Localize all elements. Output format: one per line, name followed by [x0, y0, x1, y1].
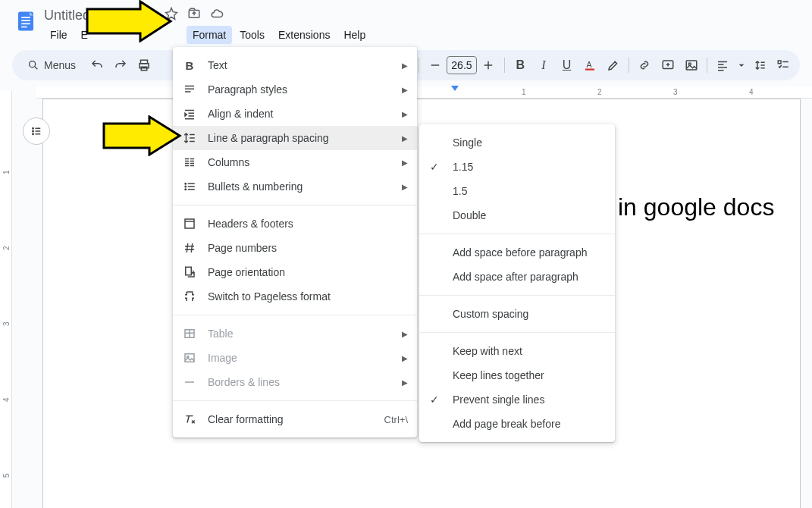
spacing-115[interactable]: ✓ 1.15	[419, 155, 615, 179]
separator	[419, 234, 615, 234]
menu-file[interactable]: File	[44, 26, 74, 44]
svg-rect-22	[185, 219, 194, 228]
italic-button[interactable]: I	[533, 54, 555, 77]
clear-format-icon	[182, 412, 197, 427]
ruler-vertical[interactable]: 1 2 3 4 5	[0, 91, 12, 508]
spacing-add-after[interactable]: Add space after paragraph	[419, 265, 615, 289]
bold-button[interactable]: B	[509, 54, 531, 77]
format-page-numbers[interactable]: Page numbers	[173, 236, 417, 260]
spacing-15[interactable]: 1.5	[419, 179, 615, 203]
menu-format[interactable]: Format	[187, 26, 232, 44]
svg-rect-15	[778, 61, 781, 64]
check-icon: ✓	[430, 394, 439, 406]
orientation-icon	[182, 265, 197, 280]
format-text[interactable]: B Text ▶	[173, 53, 417, 77]
svg-rect-3	[21, 24, 30, 25]
label: Keep lines together	[453, 369, 544, 381]
docs-logo[interactable]	[12, 8, 39, 35]
label: Borders & lines	[208, 376, 280, 388]
format-bullets-numbering[interactable]: Bullets & numbering ▶	[173, 174, 417, 199]
print-button[interactable]	[133, 54, 155, 77]
cloud-icon[interactable]	[210, 7, 224, 24]
bold-icon: B	[182, 58, 197, 73]
svg-rect-25	[185, 354, 194, 362]
font-size-input[interactable]: 26.5	[447, 56, 477, 74]
spacing-double[interactable]: Double	[419, 203, 615, 227]
format-table[interactable]: Table ▶	[173, 321, 417, 346]
comment-button[interactable]	[657, 54, 679, 77]
spacing-page-break-before[interactable]: Add page break before	[419, 412, 615, 436]
menu-help[interactable]: Help	[337, 26, 372, 44]
format-columns[interactable]: Columns ▶	[173, 150, 417, 174]
svg-point-17	[33, 130, 34, 132]
highlight-button[interactable]	[603, 54, 625, 77]
label: 1.5	[453, 185, 467, 197]
label: Image	[208, 352, 237, 364]
star-icon[interactable]	[165, 7, 178, 24]
format-clear-formatting[interactable]: Clear formatting Ctrl+\	[173, 407, 417, 431]
label: Add space after paragraph	[453, 271, 578, 283]
ruler-tick: 1	[2, 170, 11, 174]
title-area: Untitled document File E Format Tools Ex…	[44, 6, 800, 44]
move-icon[interactable]	[187, 7, 201, 24]
ruler-tick: 3	[2, 321, 11, 326]
show-outline-button[interactable]	[23, 118, 50, 145]
label: Prevent single lines	[453, 394, 544, 406]
spacing-single[interactable]: Single	[419, 130, 615, 155]
underline-button[interactable]: U	[556, 54, 578, 77]
text-color-button[interactable]: A	[579, 54, 601, 77]
hash-icon	[182, 240, 197, 256]
separator	[504, 58, 505, 73]
format-headers-footers[interactable]: Headers & footers	[173, 212, 417, 236]
menus-search[interactable]: Menus	[18, 56, 85, 74]
label: Paragraph styles	[208, 83, 287, 96]
undo-button[interactable]	[86, 54, 108, 77]
menubar: File E Format Tools Extensions Help	[44, 26, 800, 44]
separator	[173, 205, 417, 205]
align-button[interactable]	[712, 54, 734, 77]
format-switch-pageless[interactable]: Switch to Pageless format	[173, 284, 417, 309]
label: Table	[208, 328, 233, 340]
svg-point-6	[30, 61, 36, 67]
menu-extensions[interactable]: Extensions	[272, 26, 336, 44]
submenu-arrow-icon: ▶	[402, 86, 408, 94]
checklist-button[interactable]	[772, 54, 794, 77]
spacing-add-before[interactable]: Add space before paragraph	[419, 240, 615, 265]
separator	[173, 315, 417, 315]
font-size-decrease[interactable]	[424, 54, 447, 77]
indent-icon	[182, 106, 197, 121]
document-title[interactable]: Untitled document	[44, 8, 154, 24]
separator	[419, 295, 615, 296]
label: Bullets & numbering	[208, 180, 303, 193]
label: Keep with next	[453, 345, 522, 357]
submenu-arrow-icon: ▶	[402, 134, 408, 143]
format-line-spacing[interactable]: Line & paragraph spacing ▶	[173, 126, 417, 150]
format-borders-lines[interactable]: Borders & lines ▶	[173, 370, 417, 394]
ruler-horizontal[interactable]: 1 2 3 4	[36, 86, 812, 99]
menu-tools[interactable]: Tools	[234, 26, 271, 44]
link-button[interactable]	[634, 54, 656, 77]
line-spacing-button[interactable]	[749, 54, 771, 77]
font-size-increase[interactable]	[477, 54, 500, 77]
columns-icon	[182, 155, 197, 170]
spacing-keep-together[interactable]: Keep lines together	[419, 363, 615, 387]
image-button[interactable]	[680, 54, 702, 77]
format-align-indent[interactable]: Align & indent ▶	[173, 102, 417, 126]
spacing-custom[interactable]: Custom spacing	[419, 302, 615, 326]
ruler-tick: 4	[2, 397, 11, 402]
spacing-prevent-single[interactable]: ✓ Prevent single lines	[419, 387, 615, 412]
redo-button[interactable]	[110, 54, 132, 77]
document-body-text[interactable]: in google docs	[618, 193, 774, 221]
separator	[419, 58, 419, 73]
menu-edit[interactable]: E	[75, 26, 94, 44]
format-image[interactable]: Image ▶	[173, 346, 417, 370]
list-icon	[182, 179, 197, 194]
spacing-keep-next[interactable]: Keep with next	[419, 339, 615, 363]
align-dropdown-icon[interactable]	[735, 54, 748, 77]
indent-marker[interactable]	[450, 85, 459, 96]
format-page-orientation[interactable]: Page orientation	[173, 260, 417, 284]
format-paragraph-styles[interactable]: Paragraph styles ▶	[173, 77, 417, 102]
separator	[419, 332, 615, 333]
label: Headers & footers	[208, 218, 293, 230]
svg-rect-11	[585, 69, 594, 71]
